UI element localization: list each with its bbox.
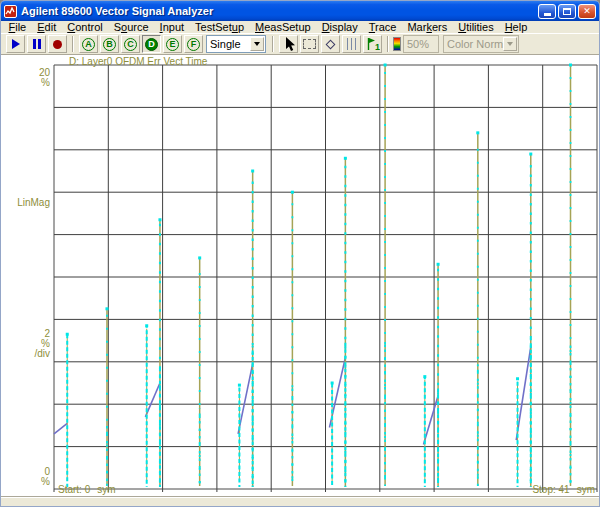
menu-item-edit[interactable]: Edit <box>32 22 62 33</box>
trace-f-button[interactable]: F <box>184 35 203 53</box>
menu-item-testsetup[interactable]: TestSetup <box>190 22 250 33</box>
menu-item-utilities[interactable]: Utilities <box>453 22 499 33</box>
diamond-marker-icon <box>326 39 336 49</box>
record-icon <box>53 40 62 49</box>
window-title: Agilent 89600 Vector Signal Analyzer <box>21 5 534 17</box>
trace-peak-dot <box>158 218 161 221</box>
trace-e-button[interactable]: E <box>163 35 182 53</box>
trace-peak-dot <box>198 256 201 259</box>
menu-item-help[interactable]: Help <box>499 22 533 33</box>
menu-item-source[interactable]: Source <box>108 22 154 33</box>
toolbar-separator <box>272 36 274 52</box>
trace-letter: C <box>124 38 137 51</box>
menu-item-input[interactable]: Input <box>154 22 189 33</box>
trace-plot-area[interactable]: D: Layer0 OFDM Err Vect Time 20% LinMag … <box>1 55 599 498</box>
trace-letter: F <box>187 38 200 51</box>
trace-peak-dot <box>238 384 241 387</box>
trace-peak-dot <box>291 191 294 194</box>
minimize-button[interactable] <box>538 4 556 19</box>
x-axis-stop-label: Stop: 41sym <box>532 485 595 495</box>
dropdown-arrow-icon[interactable] <box>250 37 264 51</box>
trace-peak-dot <box>66 333 69 336</box>
colorbar-icon <box>393 37 401 51</box>
menu-item-meassetup[interactable]: MeasSetup <box>250 22 317 33</box>
title-bar[interactable]: Agilent 89600 Vector Signal Analyzer ✕ <box>1 1 599 21</box>
menu-item-file[interactable]: File <box>3 22 32 33</box>
color-mode-select[interactable]: Color Normal <box>443 35 519 53</box>
zoom-box-tool-button[interactable] <box>300 35 319 53</box>
m1-marker-tool-button[interactable]: 1 <box>363 35 382 53</box>
band-lines-icon <box>347 38 357 50</box>
trace-select-group: ABCDEF <box>78 35 204 53</box>
x-axis-start-label: Start: 0sym <box>58 485 116 495</box>
close-icon: ✕ <box>583 6 591 16</box>
maximize-button[interactable] <box>558 4 576 19</box>
m1-marker-icon: 1 <box>365 36 380 52</box>
app-window: Agilent 89600 Vector Signal Analyzer ✕ F… <box>0 0 600 507</box>
trace-peak-dot <box>384 64 387 67</box>
trace-b-button[interactable]: B <box>100 35 119 53</box>
trace-peak-dot <box>423 375 426 378</box>
app-icon <box>4 5 17 18</box>
y-axis-top-label: 20% <box>1 68 50 88</box>
record-button[interactable] <box>48 35 67 53</box>
menu-item-markers[interactable]: Markers <box>402 22 453 33</box>
trace-peak-dot <box>251 170 254 173</box>
pause-icon <box>33 39 41 49</box>
y-axis-per-div-label: 2%/div <box>1 329 50 359</box>
trace-letter: B <box>103 38 116 51</box>
menu-item-control[interactable]: Control <box>62 22 108 33</box>
trace-peak-dot <box>344 157 347 160</box>
trace-title: D: Layer0 OFDM Err Vect Time <box>69 57 207 67</box>
trace-peak-dot <box>569 64 572 67</box>
pause-button[interactable] <box>27 35 46 53</box>
trace-c-button[interactable]: C <box>121 35 140 53</box>
trace-a-button[interactable]: A <box>79 35 98 53</box>
play-icon <box>12 39 20 49</box>
trace-peak-dot <box>476 131 479 134</box>
trace-peak-dot <box>529 153 532 156</box>
marker-diamond-tool-button[interactable] <box>321 35 340 53</box>
menu-bar: FileEditControlSourceInputTestSetupMeasS… <box>1 21 599 33</box>
trace-d-button[interactable]: D <box>142 35 161 53</box>
play-button[interactable] <box>6 35 25 53</box>
menu-item-trace[interactable]: Trace <box>363 22 402 33</box>
svg-text:1: 1 <box>375 42 380 52</box>
y-axis-format-label: LinMag <box>1 198 50 208</box>
trace-ramp-segment <box>54 423 67 434</box>
close-button[interactable]: ✕ <box>578 4 596 19</box>
trace-peak-dot <box>516 377 519 380</box>
colorbar-percent-field[interactable]: 50% <box>403 35 439 53</box>
band-marker-tool-button[interactable] <box>342 35 361 53</box>
trace-chart[interactable] <box>1 55 600 498</box>
minimize-icon <box>544 13 551 16</box>
trace-letter: D <box>145 38 158 51</box>
trace-peak-dot <box>145 324 148 327</box>
trace-peak-dot <box>105 307 108 310</box>
measurement-mode-select[interactable]: Single <box>206 35 266 53</box>
toolbar-separator <box>72 36 74 52</box>
window-bottom-edge[interactable] <box>1 496 599 506</box>
y-axis-bottom-label: 0% <box>1 467 50 487</box>
measurement-mode-value: Single <box>210 38 241 50</box>
selection-box-icon <box>303 39 316 49</box>
trace-ramp-segment <box>516 347 531 440</box>
toolbar: ABCDEF Single 1 50% Color Normal <box>1 33 599 55</box>
trace-peak-dot <box>437 263 440 266</box>
trace-letter: A <box>82 38 95 51</box>
pointer-icon <box>282 36 296 52</box>
toolbar-separator <box>387 36 389 52</box>
maximize-icon <box>563 8 571 15</box>
pointer-tool-button[interactable] <box>279 35 298 53</box>
trace-letter: E <box>166 38 179 51</box>
menu-item-display[interactable]: Display <box>316 22 363 33</box>
dropdown-arrow-icon[interactable] <box>503 37 517 51</box>
trace-peak-dot <box>331 382 334 385</box>
